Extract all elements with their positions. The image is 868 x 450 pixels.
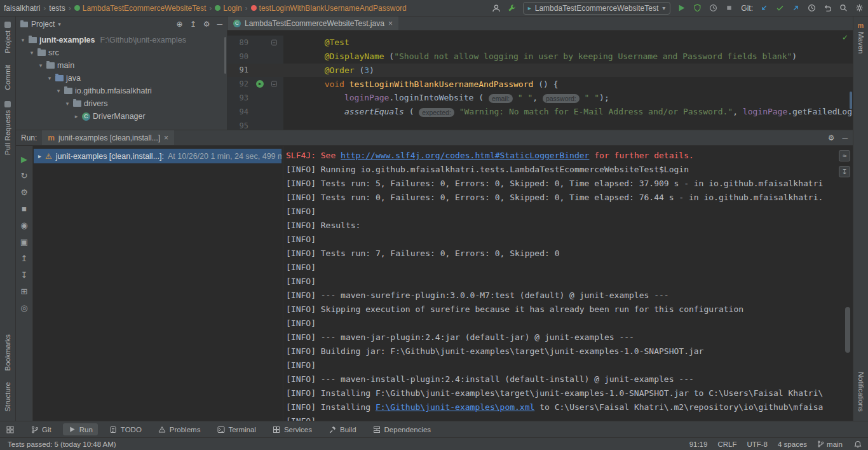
close-icon[interactable]: × <box>388 19 393 28</box>
chevron-icon[interactable]: ▾ <box>55 88 62 94</box>
tree-item[interactable]: ▸CDriverManager <box>16 110 227 123</box>
toolwindow-button-run[interactable]: Run <box>63 423 98 435</box>
chevron-icon[interactable]: ▾ <box>46 75 53 81</box>
stop-button[interactable]: ■ <box>22 203 27 214</box>
inspections-ok-icon[interactable]: ✓ <box>842 33 848 42</box>
close-icon[interactable]: × <box>164 133 168 142</box>
chevron-icon[interactable]: ▾ <box>20 37 26 43</box>
stripe-button-project[interactable]: Project <box>4 22 11 53</box>
code-line[interactable]: 89− @Test <box>227 36 853 50</box>
build-settings-button[interactable]: ⚙ <box>20 187 28 197</box>
breadcrumb-item[interactable]: faisalkhatri <box>4 4 40 13</box>
toolwindow-button-dependencies[interactable]: Dependencies <box>368 423 437 435</box>
profiler-button[interactable] <box>708 3 718 13</box>
console-link[interactable]: http://www.slf4j.org/codes.html#StaticLo… <box>341 151 589 160</box>
tree-item[interactable]: ▾io.github.mfaisalkhatri <box>16 85 227 97</box>
chevron-right-icon[interactable]: ▸ <box>38 153 41 160</box>
editor-tab[interactable]: C LambdaTestEcommerceWebsiteTest.java × <box>227 17 398 30</box>
chevron-down-icon[interactable]: ▾ <box>58 21 61 27</box>
stripe-button-notifications[interactable]: Notifications <box>857 372 865 412</box>
hide-button[interactable]: ─ <box>842 133 848 142</box>
settings-button[interactable]: ⚙ <box>203 20 210 29</box>
toolwindow-button-terminal[interactable]: Terminal <box>212 423 261 435</box>
git-commit-button[interactable] <box>775 3 785 13</box>
tree-item[interactable]: ▾drivers <box>16 97 227 110</box>
git-push-button[interactable] <box>790 3 801 13</box>
code-line[interactable]: 94 assertEquals ( expected: "Warning: No… <box>227 105 853 119</box>
notifications-bell-icon[interactable] <box>853 439 863 449</box>
scroll-to-end-button[interactable]: ↧ <box>839 166 850 177</box>
breadcrumb-item[interactable]: Login <box>215 4 241 13</box>
run-test-icon[interactable]: ▶ <box>256 80 264 88</box>
collapse-all-button[interactable]: ↧ <box>21 269 28 280</box>
expand-all-button[interactable]: ↥ <box>21 253 28 263</box>
chevron-icon[interactable]: ▸ <box>73 113 79 119</box>
rerun-failed-button[interactable]: ↻ <box>21 170 28 181</box>
git-branch-widget[interactable]: main <box>817 440 843 448</box>
toolwindow-button-todo[interactable]: TODO <box>104 423 147 435</box>
restore-layout-button[interactable]: ⊞ <box>21 286 28 296</box>
encoding-select[interactable]: UTF-8 <box>747 440 768 448</box>
history-icon[interactable] <box>806 3 817 13</box>
breadcrumb-item[interactable]: tests <box>49 4 65 13</box>
toolwindow-button-services[interactable]: Services <box>268 423 317 435</box>
chevron-icon[interactable]: ▾ <box>64 100 71 107</box>
stop-button[interactable] <box>724 3 734 13</box>
run-button[interactable] <box>676 3 686 13</box>
stripe-button-structure[interactable]: Structure <box>4 382 11 412</box>
code-line[interactable]: 91 @Order (3) <box>227 64 853 78</box>
tree-item[interactable]: ▾src <box>16 46 227 59</box>
coverage-button[interactable] <box>692 3 702 13</box>
breadcrumb-item[interactable]: LambdaTestEcommerceWebsiteTest <box>74 4 207 13</box>
settings-button[interactable]: ⚙ <box>828 133 835 142</box>
stripe-button-bookmarks[interactable]: Bookmarks <box>4 334 11 371</box>
chevron-icon[interactable]: ▾ <box>37 62 44 69</box>
project-panel-title[interactable]: Project <box>31 20 55 29</box>
fold-icon[interactable]: − <box>271 39 277 45</box>
hide-button[interactable]: ─ <box>217 20 222 29</box>
user-avatar-icon[interactable] <box>491 3 501 13</box>
toolwindow-switcher-icon[interactable] <box>5 425 15 435</box>
code-line[interactable]: 93 loginPage.loginIntoWebsite ( email: "… <box>227 91 853 105</box>
toolwindow-button-git[interactable]: Git <box>25 423 57 435</box>
tree-item[interactable]: ▾main <box>16 59 227 72</box>
chevron-icon[interactable]: ▾ <box>29 50 35 56</box>
show-passed-button[interactable]: ◉ <box>20 220 27 230</box>
soft-wrap-button[interactable]: ≈ <box>839 150 850 161</box>
fold-icon[interactable]: − <box>271 81 277 87</box>
code-line[interactable]: 92▶− void testLoginWithBlankUsernameAndP… <box>227 77 853 91</box>
settings-gear-icon[interactable] <box>854 3 864 13</box>
console-output[interactable]: SLF4J: See http://www.slf4j.org/codes.ht… <box>284 146 853 421</box>
console-link[interactable]: F:\Github\junit-examples\pom.xml <box>376 402 534 412</box>
stripe-button-maven[interactable]: mMaven <box>857 22 865 54</box>
editor-code-area[interactable]: 89− @Test90 @DisplayName ("Should not al… <box>227 31 853 130</box>
toolwindow-button-build[interactable]: Build <box>323 423 362 435</box>
editor-scrollbar-thumb[interactable] <box>850 92 852 109</box>
indent-setting[interactable]: 4 spaces <box>778 440 807 448</box>
pin-button[interactable]: ◎ <box>20 303 27 313</box>
code-line[interactable]: 95 <box>227 119 853 130</box>
undo-icon[interactable] <box>822 3 832 13</box>
stripe-button-commit[interactable]: Commit <box>4 65 11 90</box>
screenshot-button[interactable]: ▣ <box>20 236 28 247</box>
scrollbar-thumb[interactable] <box>224 37 226 74</box>
run-configuration-select[interactable]: ▸ LambdaTestEcommerceWebsiteTest ▾ <box>523 2 671 15</box>
breadcrumb-item[interactable]: testLoginWithBlankUsernameAndPassword <box>251 4 407 13</box>
run-tab[interactable]: m junit-examples [clean,install...] × <box>42 130 174 145</box>
toolwindow-button-problems[interactable]: Problems <box>153 423 206 435</box>
search-icon[interactable] <box>838 3 848 13</box>
git-update-button[interactable] <box>759 3 769 13</box>
run-tree-item[interactable]: ▸ ⚠ junit-examples [clean,install...]: A… <box>34 149 281 163</box>
wrench-icon[interactable] <box>507 3 517 13</box>
rerun-button[interactable]: ▶ <box>21 154 27 164</box>
collapse-all-button[interactable]: ↥ <box>190 20 196 29</box>
locate-button[interactable]: ⊕ <box>177 20 183 29</box>
code-line[interactable]: 90 @DisplayName ("Should not allow loggi… <box>227 50 853 64</box>
tree-item[interactable]: ▾java <box>16 72 227 85</box>
tree-item[interactable]: ▾junit-examplesF:\Github\junit-examples <box>16 34 227 46</box>
line-ending-select[interactable]: CRLF <box>717 440 736 448</box>
caret-position[interactable]: 91:19 <box>689 440 708 448</box>
stripe-button-pull-requests[interactable]: Pull Requests <box>4 101 11 155</box>
console-scrollbar-thumb[interactable] <box>845 307 850 353</box>
splitter[interactable] <box>283 146 283 421</box>
